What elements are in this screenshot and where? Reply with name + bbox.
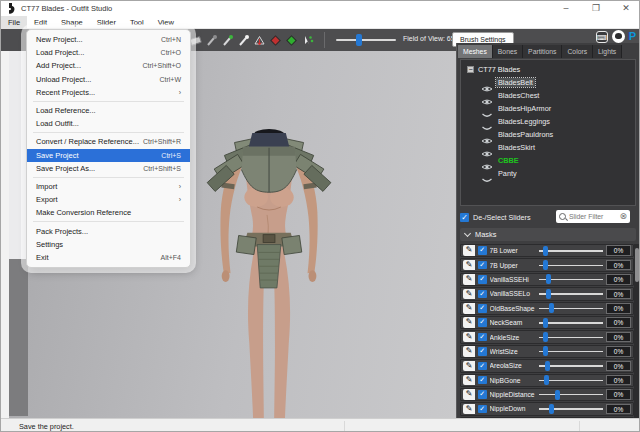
slider-checkbox[interactable]: ✓ [478, 405, 487, 414]
slider-checkbox[interactable]: ✓ [478, 333, 487, 342]
tree-item-bladespauldrons[interactable]: BladesPauldrons [481, 128, 635, 141]
slider-track[interactable] [539, 289, 604, 299]
slider-thumb[interactable] [546, 274, 551, 284]
paypal-icon[interactable]: P [629, 30, 636, 43]
slider-thumb[interactable] [543, 318, 548, 328]
tree-item-bladeschest[interactable]: BladesChest [481, 89, 635, 102]
slider-checkbox[interactable]: ✓ [478, 261, 487, 270]
eye-closed-icon[interactable] [481, 170, 493, 178]
slider-edit-pencil-icon[interactable]: ✎ [463, 332, 475, 343]
tree-item-bladesbelt[interactable]: BladesBelt [481, 76, 635, 89]
slider-scrollbar[interactable] [634, 244, 640, 432]
tree-item-bladeshiparmor[interactable]: BladesHipArmor [481, 102, 635, 115]
close-button[interactable]: ✕ [611, 1, 640, 16]
slider-checkbox[interactable]: ✓ [478, 347, 487, 356]
slider-value-box[interactable]: 0% [606, 317, 631, 328]
eye-open-icon[interactable] [481, 144, 493, 152]
slider-edit-pencil-icon[interactable]: ✎ [463, 404, 475, 415]
menu-edit[interactable]: Edit [27, 16, 54, 29]
slider-edit-pencil-icon[interactable]: ✎ [463, 361, 475, 372]
mesh-triangle-icon[interactable] [253, 33, 266, 46]
slider-edit-pencil-icon[interactable]: ✎ [463, 289, 475, 300]
menu-item-save-project[interactable]: Save ProjectCtrl+S [27, 149, 190, 162]
slider-thumb[interactable] [546, 289, 551, 299]
deflate-diamond-icon[interactable] [269, 33, 282, 46]
tab-lights[interactable]: Lights [593, 45, 622, 58]
github-icon[interactable] [612, 30, 625, 43]
slider-track[interactable] [539, 346, 604, 356]
menu-item-exit[interactable]: ExitAlt+F4 [27, 251, 190, 264]
menu-item-add-project[interactable]: Add Project...Ctrl+Shift+O [27, 59, 190, 72]
collapse-icon[interactable]: − [467, 66, 474, 73]
menu-item-load-project[interactable]: Load Project...Ctrl+O [27, 46, 190, 59]
slider-track[interactable] [539, 375, 604, 385]
slider-edit-pencil-icon[interactable]: ✎ [463, 389, 475, 400]
inflate-diamond-icon[interactable] [285, 33, 298, 46]
menu-item-recent-projects[interactable]: Recent Projects...› [27, 86, 190, 99]
menu-file[interactable]: File [1, 16, 27, 29]
slider-value-box[interactable]: 0% [606, 245, 631, 256]
menu-item-unload-project[interactable]: Unload Project...Ctrl+W [27, 73, 190, 86]
masks-group-header[interactable]: Masks [460, 228, 636, 241]
slider-track[interactable] [539, 332, 604, 342]
slider-checkbox[interactable]: ✓ [478, 246, 487, 255]
slider-value-box[interactable]: 0% [606, 361, 631, 372]
discord-icon[interactable]: ⌨ [596, 31, 608, 43]
slider-thumb[interactable] [544, 375, 549, 385]
menu-item-pack-projects[interactable]: Pack Projects... [27, 224, 190, 237]
slider-value-box[interactable]: 0% [606, 389, 631, 400]
menu-slider[interactable]: Slider [90, 16, 123, 29]
slider-edit-pencil-icon[interactable]: ✎ [463, 274, 475, 285]
mask-brush-icon[interactable] [205, 33, 218, 46]
slider-value-box[interactable]: 0% [606, 260, 631, 271]
slider-thumb[interactable] [543, 260, 548, 270]
slider-checkbox[interactable]: ✓ [478, 304, 487, 313]
tab-partitions[interactable]: Partitions [523, 45, 562, 58]
tab-bones[interactable]: Bones [493, 45, 523, 58]
title-bar[interactable]: CT77 Blades - Outfit Studio – ❐ ✕ [1, 1, 640, 16]
slider-checkbox[interactable]: ✓ [478, 362, 487, 371]
maximize-button[interactable]: ❐ [581, 1, 611, 16]
field-of-view-slider-thumb[interactable] [356, 34, 362, 46]
minimize-button[interactable]: – [551, 1, 581, 16]
slider-checkbox[interactable]: ✓ [478, 376, 487, 385]
slider-edit-pencil-icon[interactable]: ✎ [463, 346, 475, 357]
eye-closed-icon[interactable] [481, 105, 493, 113]
tree-root-row[interactable]: − CT77 Blades [467, 63, 635, 76]
tab-meshes[interactable]: Meshes [458, 45, 493, 58]
slider-filter-input[interactable] [569, 213, 619, 220]
smooth-brush-icon[interactable] [237, 33, 250, 46]
slider-value-box[interactable]: 0% [606, 303, 631, 314]
tree-item-bladesleggings[interactable]: BladesLeggings [481, 115, 635, 128]
slider-thumb[interactable] [555, 390, 560, 400]
slider-checkbox[interactable]: ✓ [478, 275, 487, 284]
slider-checkbox[interactable]: ✓ [478, 290, 487, 299]
tab-colors[interactable]: Colors [562, 45, 593, 58]
slider-track[interactable] [539, 390, 604, 400]
menu-view[interactable]: View [151, 16, 181, 29]
menu-shape[interactable]: Shape [54, 16, 90, 29]
menu-item-save-project-as[interactable]: Save Project As...Ctrl+Shift+S [27, 162, 190, 175]
deselect-sliders-checkbox[interactable]: ✓ [460, 213, 469, 222]
slider-track[interactable] [539, 260, 604, 270]
eye-open-icon[interactable] [481, 131, 493, 139]
slider-value-box[interactable]: 0% [606, 346, 631, 357]
slider-track[interactable] [539, 246, 604, 256]
slider-track[interactable] [539, 318, 604, 328]
eye-open-icon[interactable] [481, 157, 493, 165]
tree-item-panty[interactable]: Panty [481, 167, 635, 180]
eye-closed-icon[interactable] [481, 118, 493, 126]
slider-scrollbar-thumb[interactable] [635, 248, 639, 282]
slider-checkbox[interactable]: ✓ [478, 390, 487, 399]
eye-open-icon[interactable] [481, 92, 493, 100]
menu-item-settings[interactable]: Settings [27, 238, 190, 251]
slider-thumb[interactable] [543, 346, 548, 356]
slider-track[interactable] [539, 274, 604, 284]
slider-edit-pencil-icon[interactable]: ✎ [463, 303, 475, 314]
slider-thumb[interactable] [545, 361, 550, 371]
menu-item-load-reference[interactable]: Load Reference... [27, 104, 190, 117]
slider-thumb[interactable] [543, 332, 548, 342]
move-vertex-icon[interactable] [301, 33, 314, 46]
menu-item-convert-replace-reference[interactable]: Convert / Replace Reference...Ctrl+Shift… [27, 135, 190, 148]
slider-value-box[interactable]: 0% [606, 332, 631, 343]
